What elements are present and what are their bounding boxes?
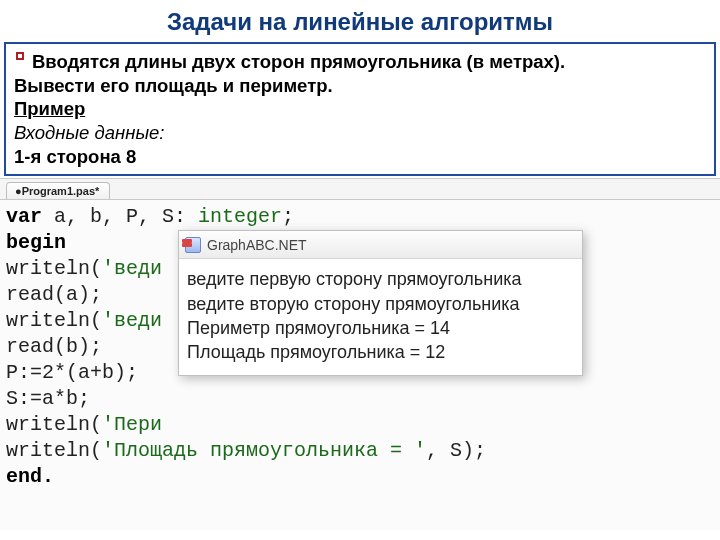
output-line: Площадь прямоугольника = 12 xyxy=(187,340,574,364)
output-window[interactable]: GraphABC.NET ведите первую сторону прямо… xyxy=(178,230,583,375)
output-window-titlebar[interactable]: GraphABC.NET xyxy=(179,231,582,259)
task-box: Вводятся длины двух сторон прямоугольник… xyxy=(4,42,716,176)
output-line: ведите вторую сторону прямоугольника xyxy=(187,292,574,316)
bullet-icon xyxy=(16,52,24,60)
page-title: Задачи на линейные алгоритмы xyxy=(0,0,720,42)
app-icon xyxy=(185,237,201,253)
code-line: writeln('Пери xyxy=(6,412,714,438)
input-label: Входные данные: xyxy=(14,122,164,143)
code-editor[interactable]: var a, b, P, S: integer; begin writeln('… xyxy=(0,200,720,530)
code-line: end. xyxy=(6,464,714,490)
code-line: S:=a*b; xyxy=(6,386,714,412)
output-window-title: GraphABC.NET xyxy=(207,236,307,254)
example-label: Пример xyxy=(14,98,85,119)
output-line: ведите первую сторону прямоугольника xyxy=(187,267,574,291)
task-line-1: Вводятся длины двух сторон прямоугольник… xyxy=(32,51,565,72)
output-line: Периметр прямоугольника = 14 xyxy=(187,316,574,340)
input-row: 1-я сторона 8 xyxy=(14,146,136,167)
code-line: var a, b, P, S: integer; xyxy=(6,204,714,230)
output-body: ведите первую сторону прямоугольника вед… xyxy=(179,259,582,374)
code-line: writeln('Площадь прямоугольника = ', S); xyxy=(6,438,714,464)
tab-program1[interactable]: ●Program1.pas* xyxy=(6,182,110,199)
task-line-2: Вывести его площадь и периметр. xyxy=(14,75,333,96)
editor-tab-bar: ●Program1.pas* xyxy=(0,178,720,200)
